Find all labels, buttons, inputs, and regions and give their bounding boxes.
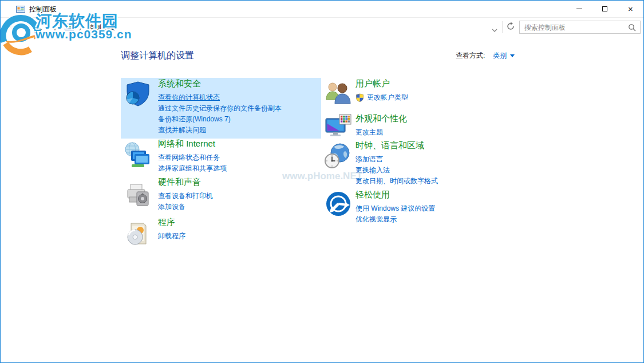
titlebar: 控制面板 × bbox=[1, 1, 643, 18]
security-shield-icon[interactable] bbox=[124, 80, 152, 108]
task-links: 更改主题 bbox=[355, 127, 407, 138]
window-title: 控制面板 bbox=[29, 5, 57, 14]
navigation-bar: 控制面板 bbox=[1, 18, 643, 36]
software-box-cd-icon[interactable] bbox=[124, 220, 152, 247]
view-by-label: 查看方式: bbox=[456, 51, 485, 61]
page-title: 调整计算机的设置 bbox=[121, 50, 194, 62]
category-programs: 程序 卸载程序 bbox=[158, 217, 185, 242]
address-dropdown-button[interactable] bbox=[492, 25, 497, 35]
close-icon: × bbox=[628, 5, 633, 13]
refresh-button[interactable] bbox=[505, 21, 516, 34]
view-by-control: 查看方式: 类别 bbox=[456, 51, 515, 61]
minimize-button[interactable] bbox=[566, 1, 592, 17]
task-link-file-history[interactable]: 通过文件历史记录保存你的文件备份副本 bbox=[158, 103, 282, 114]
view-by-value[interactable]: 类别 bbox=[493, 51, 507, 61]
watermark-center-text: www.pHome.NET bbox=[282, 171, 362, 182]
forward-button[interactable] bbox=[21, 21, 34, 35]
search-icon[interactable] bbox=[628, 23, 636, 34]
uac-shield-icon bbox=[355, 93, 364, 102]
task-link-backup-restore[interactable]: 备份和还原(Windows 7) bbox=[158, 114, 282, 125]
category-system-security: 系统和安全 查看你的计算机状态 通过文件历史记录保存你的文件备份副本 备份和还原… bbox=[158, 78, 282, 136]
category-appearance-personalization: 外观和个性化 更改主题 bbox=[355, 113, 407, 138]
task-link-change-input-method[interactable]: 更换输入法 bbox=[355, 165, 438, 176]
task-link-computer-status[interactable]: 查看你的计算机状态 bbox=[158, 92, 282, 103]
toolbar-divider bbox=[502, 21, 503, 33]
category-title-network-internet[interactable]: 网络和 Internet bbox=[158, 139, 227, 149]
category-ease-of-access: 轻松使用 使用 Windows 建议的设置 优化视觉显示 bbox=[355, 190, 435, 225]
printer-speaker-icon[interactable] bbox=[124, 180, 152, 208]
category-title-hardware-sound[interactable]: 硬件和声音 bbox=[158, 177, 213, 188]
category-title-user-accounts[interactable]: 用户帐户 bbox=[355, 78, 408, 89]
two-users-icon[interactable] bbox=[325, 80, 352, 108]
close-button[interactable]: × bbox=[618, 1, 643, 17]
task-link-change-theme[interactable]: 更改主题 bbox=[355, 127, 407, 138]
category-title-programs[interactable]: 程序 bbox=[158, 217, 185, 228]
up-arrow-icon bbox=[49, 21, 61, 33]
task-link-optimize-visual-display[interactable]: 优化视觉显示 bbox=[355, 214, 435, 225]
task-link-change-date-time-formats[interactable]: 更改日期、时间或数字格式 bbox=[355, 176, 438, 187]
category-user-accounts: 用户帐户 更改帐户类型 bbox=[355, 78, 408, 103]
task-link-label: 更改帐户类型 bbox=[367, 92, 408, 103]
task-links: 查看你的计算机状态 通过文件历史记录保存你的文件备份副本 备份和还原(Windo… bbox=[158, 92, 282, 136]
breadcrumb-control-panel-icon bbox=[65, 22, 74, 31]
task-link-suggested-settings[interactable]: 使用 Windows 建议的设置 bbox=[355, 203, 435, 214]
task-link-add-language[interactable]: 添加语言 bbox=[355, 154, 438, 165]
task-link-homegroup-sharing[interactable]: 选择家庭组和共享选项 bbox=[158, 163, 227, 174]
breadcrumb-chevron-icon[interactable] bbox=[78, 23, 83, 33]
category-clock-language-region: 时钟、语言和区域 添加语言 更换输入法 更改日期、时间或数字格式 bbox=[355, 140, 438, 187]
category-title-ease-of-access[interactable]: 轻松使用 bbox=[355, 190, 435, 200]
ease-of-access-icon[interactable] bbox=[325, 190, 352, 218]
network-globe-monitors-icon[interactable] bbox=[124, 141, 152, 169]
forward-icon bbox=[21, 21, 34, 33]
search-box bbox=[519, 21, 641, 34]
minimize-icon bbox=[576, 9, 582, 9]
back-button[interactable] bbox=[6, 21, 19, 35]
maximize-button[interactable] bbox=[592, 1, 618, 17]
search-input[interactable] bbox=[520, 21, 640, 33]
control-panel-icon bbox=[16, 5, 25, 14]
task-link-devices-printers[interactable]: 查看设备和打印机 bbox=[158, 191, 213, 202]
refresh-icon bbox=[505, 21, 516, 31]
category-hardware-sound: 硬件和声音 查看设备和打印机 添加设备 bbox=[158, 177, 213, 212]
chevron-down-icon bbox=[492, 29, 497, 33]
window-controls: × bbox=[566, 1, 643, 17]
globe-clock-icon[interactable] bbox=[325, 142, 352, 169]
back-icon bbox=[6, 21, 19, 33]
category-title-appearance[interactable]: 外观和个性化 bbox=[355, 113, 407, 124]
category-title-clock-language-region[interactable]: 时钟、语言和区域 bbox=[355, 140, 438, 151]
task-link-add-device[interactable]: 添加设备 bbox=[158, 202, 213, 212]
task-links: 卸载程序 bbox=[158, 231, 185, 242]
category-title-system-security[interactable]: 系统和安全 bbox=[158, 78, 282, 89]
task-links: 使用 Windows 建议的设置 优化视觉显示 bbox=[355, 203, 435, 225]
task-links: 添加语言 更换输入法 更改日期、时间或数字格式 bbox=[355, 154, 438, 187]
task-link-network-status[interactable]: 查看网络状态和任务 bbox=[158, 152, 227, 163]
breadcrumb[interactable]: 控制面板 bbox=[88, 23, 115, 33]
recent-pages-dropdown[interactable] bbox=[37, 25, 42, 35]
task-link-change-account-type[interactable]: 更改帐户类型 bbox=[355, 92, 408, 103]
task-links: 查看网络状态和任务 选择家庭组和共享选项 bbox=[158, 152, 227, 174]
chevron-down-icon bbox=[37, 29, 42, 33]
maximize-icon bbox=[602, 6, 607, 11]
task-links: 查看设备和打印机 添加设备 bbox=[158, 191, 213, 212]
control-panel-window: 控制面板 × bbox=[0, 0, 644, 363]
view-by-dropdown-triangle[interactable] bbox=[510, 54, 515, 57]
category-network-internet: 网络和 Internet 查看网络状态和任务 选择家庭组和共享选项 bbox=[158, 139, 227, 174]
task-link-troubleshoot[interactable]: 查找并解决问题 bbox=[158, 125, 282, 136]
up-button[interactable] bbox=[49, 21, 61, 35]
task-link-uninstall-program[interactable]: 卸载程序 bbox=[158, 231, 185, 242]
task-links: 更改帐户类型 bbox=[355, 92, 408, 103]
monitor-palette-icon[interactable] bbox=[325, 113, 352, 140]
